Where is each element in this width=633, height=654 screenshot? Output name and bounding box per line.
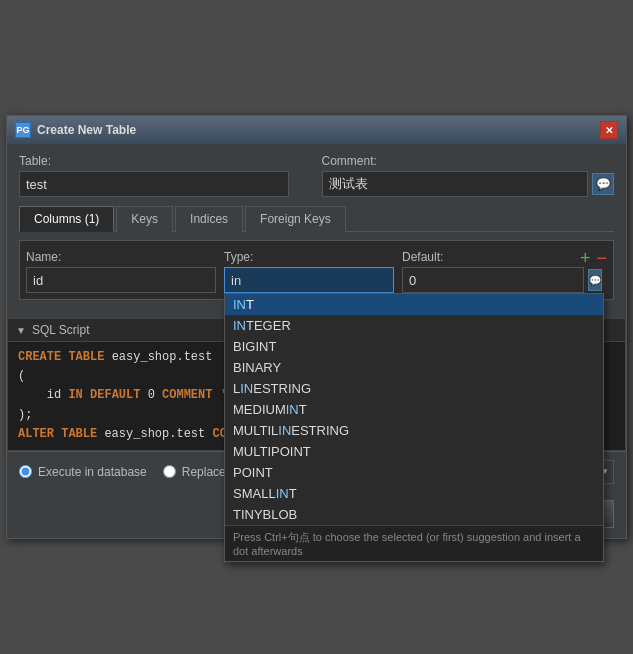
content-area: Table: Comment: 💬 Columns (1) Keys Indic… (7, 144, 626, 310)
title-bar-left: PG Create New Table (15, 122, 136, 138)
dropdown-item-point[interactable]: POINT (225, 462, 603, 483)
app-icon: PG (15, 122, 31, 138)
sql-section-label: SQL Script (32, 323, 90, 337)
column-row: INT INTEGER BIGINT BINARY LINESTRING MED… (26, 267, 607, 293)
dropdown-hint: Press Ctrl+句点 to choose the selected (or… (225, 525, 603, 561)
execute-in-db-label: Execute in database (38, 465, 147, 479)
main-window: PG Create New Table ✕ Table: Comment: 💬 … (6, 115, 627, 539)
column-name-input[interactable] (26, 267, 216, 293)
type-field-wrapper: INT INTEGER BIGINT BINARY LINESTRING MED… (224, 267, 394, 293)
window-title: Create New Table (37, 123, 136, 137)
columns-area: Name: Type: Default: + − (19, 240, 614, 300)
sql-default-val: 0 (148, 388, 162, 402)
execute-in-db-group: Execute in database (19, 465, 147, 479)
remove-column-button[interactable]: − (596, 249, 607, 267)
column-type-input[interactable] (224, 267, 394, 293)
sql-table-name: easy_shop.test (112, 350, 213, 364)
sql-kw-comment: COMMENT (162, 388, 212, 402)
table-name-input[interactable] (19, 171, 289, 197)
dropdown-item-tinyblob[interactable]: TINYBLOB (225, 504, 603, 525)
dropdown-item-bigint[interactable]: BIGINT (225, 336, 603, 357)
sql-kw-default: DEFAULT (90, 388, 140, 402)
column-headers: Name: Type: Default: + − (26, 247, 607, 267)
add-column-button[interactable]: + (580, 249, 591, 267)
dropdown-item-integer[interactable]: INTEGER (225, 315, 603, 336)
dropdown-item-smallint[interactable]: SMALLINT (225, 483, 603, 504)
dropdown-item-binary[interactable]: BINARY (225, 357, 603, 378)
default-input-row: 💬 (402, 267, 557, 293)
dropdown-item-multipoint[interactable]: MULTIPOINT (225, 441, 603, 462)
tabs-bar: Columns (1) Keys Indices Foreign Keys (19, 205, 614, 232)
dropdown-item-linestring[interactable]: LINESTRING (225, 378, 603, 399)
sql-paren-close: ); (18, 408, 32, 422)
execute-in-db-radio[interactable] (19, 465, 32, 478)
sql-collapse-arrow: ▼ (16, 325, 26, 336)
title-bar: PG Create New Table ✕ (7, 116, 626, 144)
sql-indent: id (18, 388, 68, 402)
table-comment-row: Table: Comment: 💬 (19, 154, 614, 197)
tab-keys[interactable]: Keys (116, 206, 173, 232)
column-default-input[interactable] (402, 267, 584, 293)
tab-foreign-keys[interactable]: Foreign Keys (245, 206, 346, 232)
type-header: Type: (224, 250, 394, 264)
name-header: Name: (26, 250, 216, 264)
dropdown-item-mediumint[interactable]: MEDIUMINT (225, 399, 603, 420)
table-label: Table: (19, 154, 312, 168)
replace-ddl-radio[interactable] (163, 465, 176, 478)
dropdown-item-multilinestring[interactable]: MULTILINESTRING (225, 420, 603, 441)
comment-input[interactable] (322, 171, 589, 197)
close-button[interactable]: ✕ (600, 121, 618, 139)
sql-paren-open: ( (18, 369, 25, 383)
sql-kw-alter: ALTER TABLE (18, 427, 97, 441)
name-field-wrapper (26, 267, 216, 293)
default-header: Default: (402, 250, 572, 264)
default-field-wrapper: 💬 (402, 267, 557, 293)
comment-icon-button[interactable]: 💬 (592, 173, 614, 195)
sql-kw-create: CREATE TABLE (18, 350, 104, 364)
sql-kw-in: IN (68, 388, 82, 402)
comment-input-row: 💬 (322, 171, 615, 197)
dropdown-item-int[interactable]: INT (225, 294, 603, 315)
table-field-group: Table: (19, 154, 312, 197)
default-icon-button[interactable]: 💬 (588, 269, 602, 291)
comment-field-group: Comment: 💬 (322, 154, 615, 197)
type-dropdown: INT INTEGER BIGINT BINARY LINESTRING MED… (224, 293, 604, 562)
tab-columns[interactable]: Columns (1) (19, 206, 114, 232)
tab-indices[interactable]: Indices (175, 206, 243, 232)
comment-label: Comment: (322, 154, 615, 168)
sql-alter-table: easy_shop.test (104, 427, 212, 441)
